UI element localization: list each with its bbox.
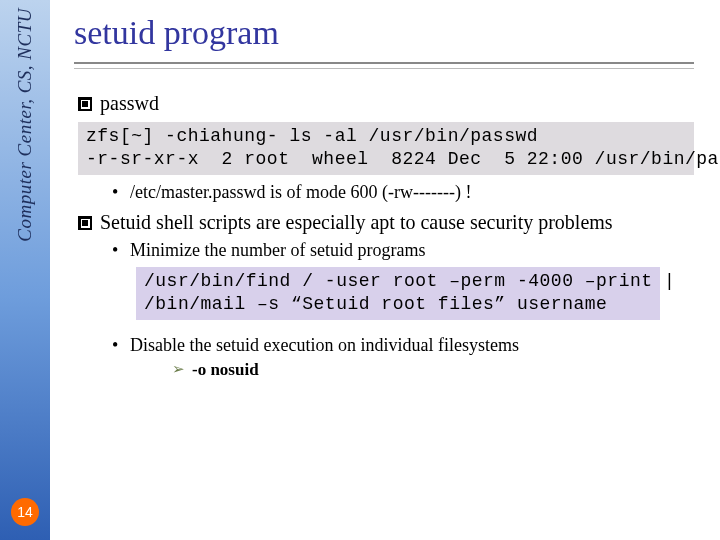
bullet-passwd: passwd zfs[~] -chiahung- ls -al /usr/bin…: [78, 91, 700, 204]
subsub-bullet-nosuid: -o nosuid: [172, 359, 700, 380]
subsub-bullet-text: -o nosuid: [192, 360, 259, 379]
page-number: 14: [17, 504, 33, 520]
code-block-find-mail: /usr/bin/find / -user root –perm -4000 –…: [136, 267, 660, 320]
sub-bullet-text: Disable the setuid execution on individu…: [130, 335, 519, 355]
square-bullet-icon: [78, 216, 92, 230]
square-bullet-icon: [78, 97, 92, 111]
content-area: setuid program passwd zfs[~] -chiahung- …: [60, 0, 710, 540]
title-underline: [74, 62, 694, 69]
sidebar-institution: Computer Center, CS, NCTU: [14, 8, 36, 242]
slide-title: setuid program: [74, 14, 710, 52]
sub-bullet-text: Minimize the number of setuid programs: [130, 240, 425, 260]
code-line: /usr/bin/find / -user root –perm -4000 –…: [144, 271, 675, 291]
code-line: zfs[~] -chiahung- ls -al /usr/bin/passwd: [86, 126, 538, 146]
sub-bullet-minimize: Minimize the number of setuid programs: [112, 239, 700, 262]
bullet-text: passwd: [100, 92, 159, 114]
sub-bullet-master-passwd: /etc/master.passwd is of mode 600 (-rw--…: [112, 181, 700, 204]
code-block-ls-passwd: zfs[~] -chiahung- ls -al /usr/bin/passwd…: [78, 122, 694, 175]
sub-bullet-disable-setuid: Disable the setuid execution on individu…: [112, 334, 700, 380]
sub-bullet-text: /etc/master.passwd is of mode 600 (-rw--…: [130, 182, 471, 202]
code-line: /bin/mail –s “Setuid root files” usernam…: [144, 294, 607, 314]
slide: Computer Center, CS, NCTU 14 setuid prog…: [0, 0, 720, 540]
page-number-badge: 14: [11, 498, 39, 526]
slide-body: passwd zfs[~] -chiahung- ls -al /usr/bin…: [78, 91, 700, 380]
sidebar: Computer Center, CS, NCTU: [0, 0, 50, 540]
bullet-setuid-scripts: Setuid shell scripts are especially apt …: [78, 210, 700, 380]
code-line: -r-sr-xr-x 2 root wheel 8224 Dec 5 22:00…: [86, 149, 720, 169]
bullet-text: Setuid shell scripts are especially apt …: [100, 211, 613, 233]
